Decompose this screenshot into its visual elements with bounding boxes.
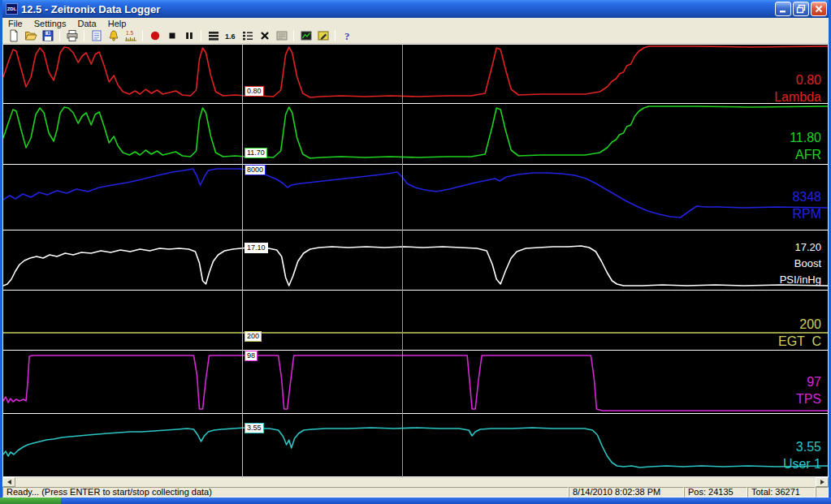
notes-button[interactable]	[314, 28, 331, 43]
save-file-icon	[41, 29, 54, 42]
boost-channel-label: 17.20BoostPSI/inHg	[780, 239, 821, 288]
chart-display-button[interactable]	[205, 28, 222, 43]
boost-trace	[3, 230, 828, 290]
strip-lambda[interactable]: 0.800.80Lambda	[3, 45, 828, 104]
alarms-icon	[107, 29, 120, 42]
egt-label-line-1: EGT C	[778, 333, 821, 350]
restore-button[interactable]	[793, 2, 809, 16]
capture-icon	[300, 29, 313, 42]
channels-icon	[241, 29, 254, 42]
strip-boost[interactable]: 17.1017.20BoostPSI/inHg	[3, 230, 828, 291]
status-message: Ready... (Press ENTER to start/stop coll…	[2, 487, 569, 498]
rpm-label-line-1: RPM	[792, 205, 821, 222]
lambda-trace	[3, 45, 828, 103]
strip-rpm[interactable]: 80008348RPM	[3, 165, 828, 230]
egt-label-line-0: 200	[778, 316, 821, 333]
boost-cursor-value: 17.10	[245, 243, 268, 253]
status-bar: Ready... (Press ENTER to start/stop coll…	[2, 487, 829, 498]
capture-button[interactable]	[297, 28, 314, 43]
user1-channel-label: 3.55User 1	[783, 438, 821, 472]
tps-cursor-value: 98	[245, 351, 258, 361]
toolbar-separator	[142, 30, 143, 41]
rpm-label-line-0: 8348	[792, 188, 821, 205]
chart-cursor-line[interactable]	[242, 45, 243, 477]
chart-area: 0.800.80Lambda11.7011.80AFR80008348RPM17…	[2, 44, 829, 477]
channels-button[interactable]	[239, 28, 256, 43]
menu-bar: FileSettingsDataHelp	[2, 18, 829, 28]
scroll-left-button[interactable]	[2, 477, 15, 487]
strip-tps[interactable]: 9897TPS	[3, 351, 828, 414]
rpm-cursor-value: 8000	[245, 165, 266, 175]
svg-text:1.6: 1.6	[225, 32, 236, 41]
status-position: Pos: 24135	[684, 487, 747, 498]
notes-icon	[317, 29, 330, 42]
record-button[interactable]	[146, 28, 163, 43]
export-button[interactable]	[273, 28, 290, 43]
app-window: ZDL 12.5 - Zeitronix Data Logger FileSet…	[0, 0, 831, 498]
chart-display-icon	[207, 29, 220, 42]
user1-label-line-0: 3.55	[783, 438, 821, 455]
open-file-icon	[24, 29, 37, 42]
minimize-button[interactable]	[775, 2, 791, 16]
tps-trace	[3, 351, 828, 413]
help-button[interactable]: ?	[339, 28, 356, 43]
lambda-label-line-1: Lambda	[774, 88, 821, 106]
boost-label-line-1: Boost	[780, 256, 821, 272]
toolbar-separator	[84, 30, 84, 41]
print-icon	[66, 29, 79, 42]
save-file-button[interactable]	[39, 28, 56, 43]
strip-afr[interactable]: 11.7011.80AFR	[3, 104, 828, 165]
boost-label-line-2: PSI/inHg	[780, 272, 821, 288]
alarms-button[interactable]	[105, 28, 122, 43]
scale-icon: 1.5	[124, 29, 137, 42]
scale-button[interactable]: 1.5	[122, 28, 139, 43]
os-taskbar[interactable]	[0, 498, 831, 504]
decimal-icon: 1.6	[224, 29, 237, 42]
pause-icon	[183, 29, 196, 42]
menu-help[interactable]: Help	[102, 19, 132, 28]
user1-cursor-value: 3.55	[245, 423, 264, 433]
menu-data[interactable]: Data	[71, 19, 102, 28]
view-log-button[interactable]	[88, 28, 105, 43]
window-title: 12.5 - Zeitronix Data Logger	[21, 3, 775, 15]
zoom-reset-button[interactable]	[256, 28, 273, 43]
lambda-cursor-value: 0.80	[245, 86, 264, 97]
record-icon	[149, 29, 162, 42]
stop-button[interactable]	[163, 28, 180, 43]
close-button[interactable]	[811, 2, 827, 16]
strip-user1[interactable]: 3.553.55User 1	[3, 414, 828, 477]
lambda-channel-label: 0.80Lambda	[774, 71, 821, 106]
rpm-trace	[3, 165, 828, 230]
title-bar[interactable]: ZDL 12.5 - Zeitronix Data Logger	[2, 0, 829, 18]
afr-trace	[3, 104, 828, 164]
start-button-fragment[interactable]	[0, 498, 61, 504]
help-icon: ?	[341, 29, 354, 42]
pause-button[interactable]	[180, 28, 197, 43]
boost-label-line-0: 17.20	[780, 239, 821, 256]
zoom-reset-icon	[258, 29, 271, 42]
user1-label-line-1: User 1	[783, 455, 821, 472]
close-icon	[814, 4, 824, 14]
toolbar-separator	[335, 30, 335, 41]
taskbar-strip[interactable]	[61, 498, 831, 504]
print-button[interactable]	[63, 28, 80, 43]
tps-label-line-0: 97	[796, 373, 821, 390]
toolbar-separator	[201, 30, 201, 41]
strip-egt[interactable]: 200200EGT C	[3, 291, 828, 351]
egt-trace	[3, 291, 828, 350]
status-total: Total: 36271	[747, 487, 816, 498]
menu-settings[interactable]: Settings	[28, 19, 72, 28]
menu-file[interactable]: File	[2, 19, 28, 28]
afr-label-line-0: 11.80	[790, 129, 821, 146]
status-timestamp: 8/14/2010 8:02:38 PM	[569, 487, 684, 498]
decimal-button[interactable]: 1.6	[222, 28, 239, 43]
scroll-track[interactable]	[15, 477, 816, 487]
chart-hscrollbar[interactable]	[2, 477, 829, 487]
new-file-button[interactable]	[5, 28, 22, 43]
tps-label-line-1: TPS	[796, 390, 821, 407]
new-file-icon	[7, 29, 20, 42]
tps-channel-label: 97TPS	[796, 373, 821, 407]
open-file-button[interactable]	[22, 28, 39, 43]
afr-cursor-value: 11.70	[245, 148, 267, 158]
scroll-right-button[interactable]	[816, 477, 829, 487]
